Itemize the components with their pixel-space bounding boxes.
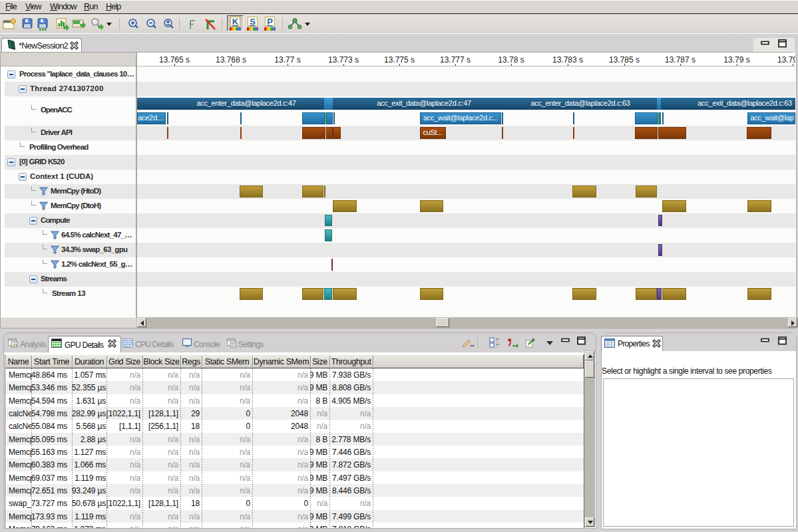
svg-text:P: P: [267, 17, 273, 27]
svg-text:S: S: [250, 17, 256, 27]
svg-text:K: K: [232, 17, 239, 27]
